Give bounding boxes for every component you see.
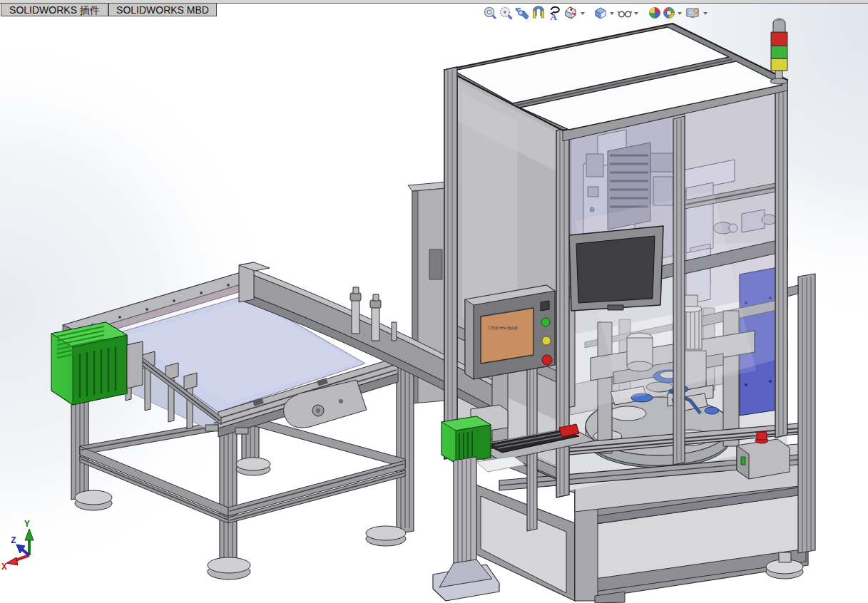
svg-text:X: X bbox=[1, 562, 7, 572]
svg-text:工空找 HHA 相由器: 工空找 HHA 相由器 bbox=[487, 326, 518, 330]
svg-text:Y: Y bbox=[24, 519, 30, 530]
svg-text:Z: Z bbox=[11, 535, 16, 546]
